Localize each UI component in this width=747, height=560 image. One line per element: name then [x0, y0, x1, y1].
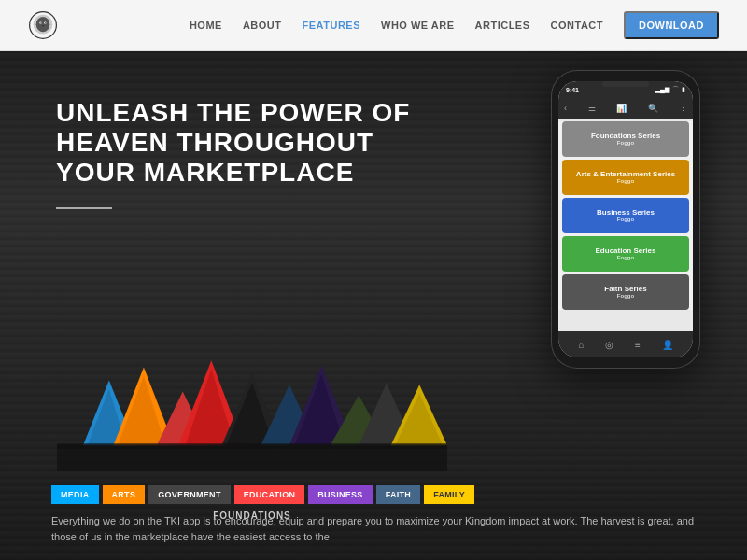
logo-icon [28, 10, 58, 40]
hero-text: UNLEASH THE POWER OF HEAVEN THROUGHOUT Y… [56, 98, 430, 237]
phone-bottom-bar: ⌂ ◎ ≡ 👤 [558, 331, 693, 357]
hero-divider [56, 207, 112, 209]
logo-area [28, 10, 58, 40]
header: HOME ABOUT FEATURES WHO WE ARE ARTICLES … [0, 0, 747, 51]
phone-item-label-3: Education Series [596, 246, 656, 256]
nav-articles[interactable]: ARTICLES [475, 20, 530, 31]
compass-tab-icon[interactable]: ◎ [605, 340, 613, 350]
download-button[interactable]: DOWNLOAD [624, 11, 719, 39]
hero-section: UNLEASH THE POWER OF HEAVEN THROUGHOUT Y… [0, 51, 747, 560]
phone-item-sub-3: Foggo [596, 255, 656, 261]
nav: HOME ABOUT FEATURES WHO WE ARE ARTICLES … [190, 11, 719, 39]
phone-item-label-4: Faith Series [604, 285, 646, 294]
home-tab-icon[interactable]: ⌂ [578, 340, 584, 350]
category-business[interactable]: BUSINESS [308, 485, 372, 504]
hero-content: UNLEASH THE POWER OF HEAVEN THROUGHOUT Y… [0, 51, 747, 237]
category-arts[interactable]: ARTS [103, 485, 146, 504]
svg-rect-26 [57, 443, 447, 449]
category-education[interactable]: EDUCATION [234, 485, 305, 504]
nav-who-we-are[interactable]: WHO WE ARE [381, 20, 455, 31]
category-family[interactable]: FAMILY [424, 485, 474, 504]
category-faith[interactable]: FAITH [376, 485, 421, 504]
list-tab-icon[interactable]: ≡ [635, 340, 641, 350]
svg-point-6 [40, 22, 41, 23]
profile-tab-icon[interactable]: 👤 [662, 340, 673, 350]
phone-list-item-3[interactable]: Education Series Foggo [562, 236, 689, 272]
hero-description: Everything we do on the TKI app is to en… [51, 513, 696, 560]
category-government[interactable]: GOVERNMENT [148, 485, 231, 504]
hero-title: UNLEASH THE POWER OF HEAVEN THROUGHOUT Y… [56, 98, 430, 189]
nav-contact[interactable]: CONTACT [551, 20, 603, 31]
nav-about[interactable]: ABOUT [243, 20, 282, 31]
mountains-container [51, 350, 453, 471]
nav-home[interactable]: HOME [190, 20, 222, 31]
nav-features[interactable]: FEATURES [303, 20, 360, 31]
phone-list-item-4[interactable]: Faith Series Foggo [562, 274, 689, 310]
svg-point-3 [36, 17, 49, 32]
mountains-svg [51, 350, 453, 471]
svg-point-7 [45, 22, 46, 23]
svg-point-8 [42, 25, 44, 27]
phone-notch [602, 81, 649, 87]
category-media[interactable]: MEDIA [51, 485, 99, 504]
svg-rect-9 [57, 445, 447, 471]
categories: MEDIA ARTS GOVERNMENT EDUCATION BUSINESS… [51, 485, 474, 504]
phone-item-sub-4: Foggo [604, 293, 646, 300]
